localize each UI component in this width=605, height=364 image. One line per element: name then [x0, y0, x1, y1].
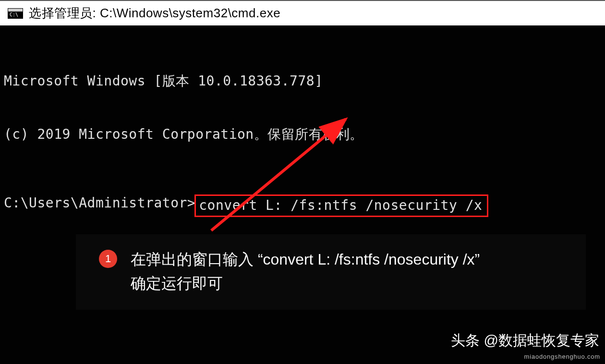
instruction-annotation: 1 在弹出的窗口输入 “convert L: /fs:ntfs /nosecur… [76, 234, 586, 310]
instruction-line-2: 确定运行即可 [131, 272, 480, 296]
instruction-text: 在弹出的窗口输入 “convert L: /fs:ntfs /nosecurit… [131, 248, 480, 295]
terminal-version-line: Microsoft Windows [版本 10.0.18363.778] [4, 73, 601, 90]
svg-rect-1 [8, 9, 23, 12]
watermark-url: miaodongshenghuo.com [524, 353, 600, 360]
terminal-command-highlight: convert L: /fs:ntfs /nosecurity /x [194, 194, 488, 217]
instruction-line-1: 在弹出的窗口输入 “convert L: /fs:ntfs /nosecurit… [131, 248, 480, 272]
svg-text:C:\: C:\ [10, 12, 18, 17]
terminal-prompt: C:\Users\Administrator> [4, 194, 195, 217]
cmd-icon: C:\ [8, 8, 23, 19]
terminal-output[interactable]: Microsoft Windows [版本 10.0.18363.778] (c… [0, 26, 605, 364]
window-title: 选择管理员: C:\Windows\system32\cmd.exe [29, 5, 280, 22]
step-number-badge: 1 [99, 250, 117, 268]
window-titlebar: C:\ 选择管理员: C:\Windows\system32\cmd.exe [0, 0, 605, 26]
terminal-copyright-line: (c) 2019 Microsoft Corporation。保留所有权利。 [4, 126, 601, 144]
watermark-main: 头条 @数据蛙恢复专家 [451, 331, 599, 351]
terminal-prompt-row: C:\Users\Administrator> convert L: /fs:n… [4, 194, 601, 217]
